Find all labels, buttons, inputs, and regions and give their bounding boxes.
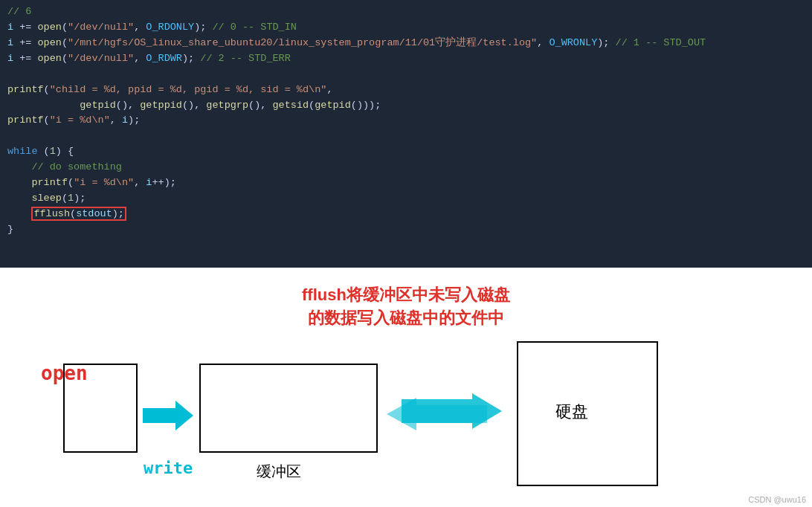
label-write: write (144, 459, 193, 477)
code-line-3: i += open("/mnt/hgfs/OS_linux_share_ubun… (7, 36, 805, 51)
diagram-canvas: open write 缓冲区 硬盘 (0, 334, 812, 505)
fflush-highlight: fflush(stdout); (31, 207, 126, 221)
code-line-7: getpid(), getppid(), getpgrp(), getsid(g… (7, 98, 805, 114)
diagram-section: fflush将缓冲区中未写入磁盘 的数据写入磁盘中的文件中 open write… (0, 268, 812, 507)
diagram-title: fflush将缓冲区中未写入磁盘 的数据写入磁盘中的文件中 (302, 284, 510, 330)
title-line1: fflush将缓冲区中未写入磁盘 (302, 284, 510, 307)
code-line-6: printf("child = %d, ppid = %d, pgid = %d… (7, 83, 805, 98)
code-line-8: printf("i = %d\n", i); (7, 113, 805, 129)
code-line-2: i += open("/dev/null", O_RDONLY); // 0 -… (7, 20, 805, 36)
watermark: CSDN @uwu16 (748, 495, 806, 504)
fflush-arrow (387, 392, 502, 440)
code-line-15: } (7, 222, 805, 238)
code-line-4: i += open("/dev/null", O_RDWR); // 2 -- … (7, 51, 805, 67)
label-open: open (41, 362, 88, 384)
label-buffer: 缓冲区 (257, 462, 301, 482)
code-line-10: while (1) { (7, 144, 805, 160)
write-arrow (143, 399, 193, 436)
buffer-box (199, 364, 378, 453)
code-section: // 6 i += open("/dev/null", O_RDONLY); /… (0, 0, 812, 268)
code-line-11: // do something (7, 160, 805, 175)
code-line-13: sleep(1); (7, 191, 805, 207)
svg-marker-0 (143, 401, 193, 430)
code-line-12: printf("i = %d\n", i++); (7, 175, 805, 191)
title-line2: 的数据写入磁盘中的文件中 (302, 307, 510, 330)
code-line-1: // 6 (7, 4, 805, 20)
code-line-5 (7, 67, 805, 83)
label-harddisk: 硬盘 (555, 401, 588, 423)
code-line-9 (7, 129, 805, 144)
code-line-14: fflush(stdout); (7, 207, 805, 222)
